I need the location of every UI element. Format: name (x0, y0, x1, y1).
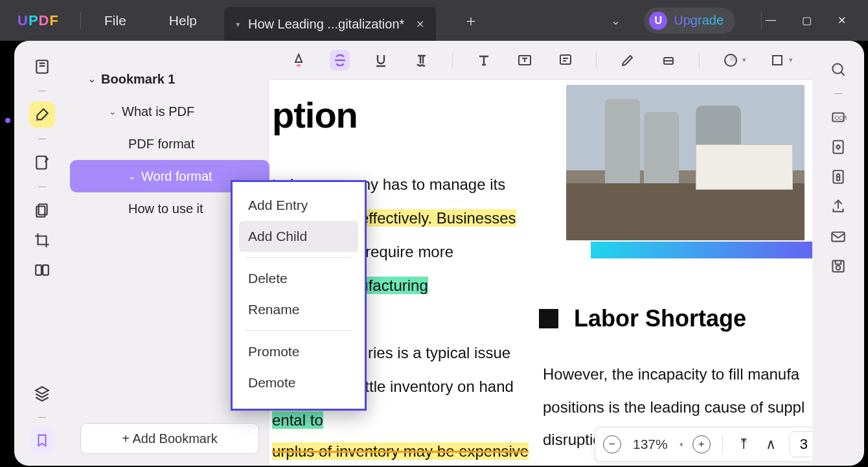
search-icon[interactable] (825, 56, 851, 82)
zoom-out-button[interactable]: − (603, 435, 621, 453)
zoom-level[interactable]: 137% (630, 437, 670, 452)
window-close-icon[interactable]: ✕ (838, 14, 846, 27)
annotation-toolbar: ▾ ▾ (269, 41, 812, 80)
window-list-dropdown[interactable]: ⌄ (611, 14, 621, 28)
highlighter-tool-icon[interactable] (29, 102, 55, 128)
upgrade-label: Upgrade (674, 13, 724, 28)
ctx-demote[interactable]: Demote (239, 367, 358, 398)
right-rail: — OCR (812, 41, 864, 466)
ctx-rename[interactable]: Rename (239, 294, 358, 325)
new-tab-button[interactable]: ＋ (463, 10, 479, 31)
bullet-square-icon (539, 309, 558, 328)
bookmark-label: PDF format (128, 137, 194, 152)
svg-rect-17 (832, 233, 845, 242)
ctx-promote[interactable]: Promote (239, 336, 358, 367)
upgrade-button[interactable]: U Upgrade (644, 8, 735, 34)
body-text: urplus of inventory may be expensive (272, 435, 529, 466)
pencil-tool-icon[interactable] (617, 50, 637, 71)
compare-icon[interactable] (29, 257, 55, 283)
text-tool-icon[interactable] (474, 50, 494, 71)
pages-icon[interactable] (29, 198, 55, 223)
svg-rect-5 (43, 265, 49, 275)
chevron-down-icon: ⌄ (109, 106, 117, 117)
shape-tool[interactable]: ▾ (767, 50, 793, 71)
main-menu: File Help (85, 13, 197, 28)
body-text: ries is a typical issue (368, 336, 510, 370)
svg-rect-4 (36, 265, 41, 275)
document-tab[interactable]: ▾ How Leading ...gitalization* ✕ (224, 7, 436, 41)
zoom-in-button[interactable]: + (692, 435, 711, 453)
bookmark-root[interactable]: ⌄Bookmark 1 (70, 63, 269, 95)
bookmark-label: Bookmark 1 (101, 72, 176, 87)
svg-rect-10 (773, 56, 782, 65)
ctx-add-child[interactable]: Add Child (239, 221, 358, 252)
left-rail: — — — — (14, 41, 70, 466)
protect-icon[interactable] (825, 164, 851, 190)
crop-icon[interactable] (29, 227, 55, 253)
page-footer-bar: − 137% ▾ + ⤒ ∧ 3 / 16 ∨ ⤓ ✕ (595, 427, 812, 462)
textbox-tool-icon[interactable] (514, 50, 534, 71)
body-text: ittle inventory on hand (361, 370, 514, 404)
note-tool-icon[interactable] (555, 50, 575, 71)
sticker-tool[interactable]: ▾ (720, 50, 746, 71)
rail-indicator-dot (5, 118, 10, 123)
edit-text-icon[interactable] (29, 150, 55, 176)
svg-rect-14 (833, 141, 843, 154)
bookmarks-panel-icon[interactable] (30, 428, 54, 453)
body-text: positions is the leading cause of suppl (543, 391, 812, 424)
bookmark-item[interactable]: PDF format (70, 128, 269, 160)
first-page-button[interactable]: ⤒ (735, 435, 753, 453)
tab-title: How Leading ...gitalization* (248, 17, 404, 32)
convert-icon[interactable] (825, 134, 851, 160)
zoom-dropdown-icon[interactable]: ▾ (680, 440, 683, 449)
underline-tool-icon[interactable] (371, 50, 391, 71)
window-maximize-icon[interactable]: ▢ (802, 14, 812, 27)
svg-rect-7 (560, 55, 571, 64)
strikethrough-tool-icon[interactable] (330, 50, 350, 71)
thumbnails-icon[interactable] (29, 54, 55, 80)
layers-icon[interactable] (29, 380, 55, 406)
menu-help[interactable]: Help (169, 13, 197, 28)
chevron-down-icon: ▾ (742, 56, 746, 64)
menu-file[interactable]: File (104, 13, 126, 28)
eraser-tool-icon[interactable] (658, 50, 678, 71)
email-icon[interactable] (825, 223, 851, 249)
svg-point-19 (836, 266, 841, 270)
body-text: effectively. Businesses (360, 201, 516, 235)
save-icon[interactable] (825, 253, 851, 279)
chevron-down-icon: ⌄ (128, 171, 136, 181)
svg-text:OCR: OCR (835, 115, 847, 121)
bookmark-item[interactable]: ⌄What is PDF (70, 95, 269, 128)
share-icon[interactable] (825, 194, 851, 220)
page-heading: ption (272, 94, 358, 136)
bookmark-label: What is PDF (122, 104, 194, 119)
image-accent-bar (591, 242, 812, 258)
prev-page-button[interactable]: ∧ (762, 435, 780, 453)
heading-text: Labor Shortage (574, 305, 746, 332)
app-logo: UPDF (0, 12, 76, 29)
svg-rect-1 (36, 156, 46, 169)
bookmark-label: How to use it (128, 201, 203, 216)
add-bookmark-button[interactable]: + Add Bookmark (80, 423, 259, 454)
document-image (566, 85, 805, 240)
ctx-delete[interactable]: Delete (239, 263, 358, 294)
tab-dropdown-icon[interactable]: ▾ (236, 19, 240, 29)
bookmark-label: Word format (141, 169, 212, 184)
body-text: require more (365, 235, 453, 269)
ocr-icon[interactable]: OCR (825, 104, 851, 130)
tab-close-icon[interactable]: ✕ (416, 18, 424, 30)
page-indicator[interactable]: 3 / 16 (789, 431, 812, 457)
body-text: However, the incapacity to fill manufa (543, 358, 812, 391)
window-minimize-icon[interactable]: — (766, 14, 776, 27)
current-page: 3 (800, 436, 808, 453)
svg-point-11 (832, 63, 842, 73)
chevron-down-icon: ⌄ (88, 74, 96, 84)
chevron-down-icon: ▾ (789, 56, 793, 64)
squiggly-tool-icon[interactable] (411, 50, 431, 71)
workspace: — — — — ⌄Bookmark 1 ⌄What is PDF PDF for… (14, 41, 864, 466)
highlight-tool-icon[interactable] (289, 50, 309, 71)
upgrade-badge-icon: U (649, 12, 667, 30)
bookmark-context-menu: Add Entry Add Child Delete Rename Promot… (231, 180, 367, 411)
ctx-add-entry[interactable]: Add Entry (239, 190, 358, 221)
title-bar: UPDF File Help ▾ How Leading ...gitaliza… (0, 0, 868, 41)
